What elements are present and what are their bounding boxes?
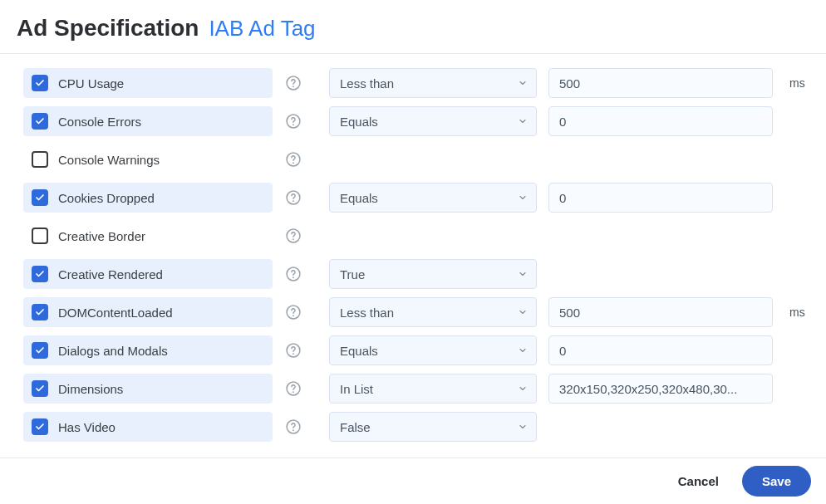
chevron-down-icon xyxy=(518,78,528,88)
operator-select[interactable]: Equals xyxy=(329,335,537,365)
checkbox-unchecked-icon[interactable] xyxy=(32,151,48,168)
operator-value: Less than xyxy=(340,76,394,91)
dialog-header: Ad Specification IAB Ad Tag xyxy=(0,0,826,54)
help-icon[interactable] xyxy=(284,188,302,207)
dialog-footer: Cancel Save xyxy=(0,458,826,504)
svg-point-9 xyxy=(293,238,294,240)
svg-point-1 xyxy=(293,86,294,87)
checkbox-unchecked-icon[interactable] xyxy=(32,228,48,244)
checkbox-checked-icon[interactable] xyxy=(32,418,48,435)
rule-row: Creative Border xyxy=(23,217,811,255)
value-input[interactable] xyxy=(548,183,773,213)
rule-label: Dialogs and Modals xyxy=(58,344,168,358)
rule-toggle[interactable]: Console Errors xyxy=(23,106,273,136)
checkbox-checked-icon[interactable] xyxy=(32,75,48,91)
chevron-down-icon xyxy=(518,307,528,317)
svg-point-7 xyxy=(293,200,294,202)
chevron-down-icon xyxy=(518,384,528,394)
unit-label: ms xyxy=(789,76,805,90)
operator-value: Equals xyxy=(340,115,378,129)
svg-point-17 xyxy=(293,391,294,393)
help-icon[interactable] xyxy=(284,265,302,283)
rule-row: Creative RenderedTrue xyxy=(23,255,811,293)
rule-toggle[interactable]: Console Warnings xyxy=(23,144,273,174)
help-icon[interactable] xyxy=(284,150,302,169)
operator-value: False xyxy=(340,420,371,434)
operator-select[interactable]: True xyxy=(329,259,537,289)
checkbox-checked-icon[interactable] xyxy=(32,380,48,397)
checkbox-checked-icon[interactable] xyxy=(32,113,48,130)
svg-point-19 xyxy=(293,429,294,431)
value-input[interactable] xyxy=(548,335,773,365)
page-subtitle: IAB Ad Tag xyxy=(209,16,315,42)
help-icon[interactable] xyxy=(284,418,302,436)
rule-label: CPU Usage xyxy=(58,76,124,91)
svg-point-5 xyxy=(293,162,294,164)
rule-label: Dimensions xyxy=(58,382,123,396)
rule-toggle[interactable]: CPU Usage xyxy=(23,68,273,98)
rule-toggle[interactable]: Dialogs and Modals xyxy=(23,335,273,365)
operator-value: Equals xyxy=(340,191,378,205)
rules-list: CPU UsageLess thanmsConsole ErrorsEquals… xyxy=(0,54,826,504)
checkbox-checked-icon[interactable] xyxy=(32,304,48,321)
operator-select[interactable]: Less than xyxy=(329,297,537,327)
rule-row: Cookies DroppedEquals xyxy=(23,179,811,217)
value-input[interactable] xyxy=(548,374,773,404)
help-icon[interactable] xyxy=(284,341,302,360)
rule-label: Has Video xyxy=(58,420,116,434)
chevron-down-icon xyxy=(518,269,528,279)
operator-value: True xyxy=(340,267,365,281)
rule-label: Creative Rendered xyxy=(58,267,163,281)
svg-point-3 xyxy=(293,124,294,125)
checkbox-checked-icon[interactable] xyxy=(32,266,48,282)
chevron-down-icon xyxy=(518,345,528,355)
rule-toggle[interactable]: Dimensions xyxy=(23,374,273,404)
operator-value: In List xyxy=(340,382,373,396)
svg-point-15 xyxy=(293,353,294,355)
rule-row: DOMContentLoadedLess thanms xyxy=(23,293,811,331)
rule-label: DOMContentLoaded xyxy=(58,306,173,320)
rule-label: Cookies Dropped xyxy=(58,191,155,205)
operator-select[interactable]: In List xyxy=(329,374,537,404)
chevron-down-icon xyxy=(518,193,528,203)
rule-label: Console Warnings xyxy=(58,153,160,167)
rule-toggle[interactable]: Cookies Dropped xyxy=(23,183,273,213)
rule-toggle[interactable]: Has Video xyxy=(23,412,273,442)
page-title: Ad Specification xyxy=(17,15,199,42)
rule-label: Creative Border xyxy=(58,229,145,243)
help-icon[interactable] xyxy=(284,74,302,92)
rule-row: Has VideoFalse xyxy=(23,408,811,446)
operator-select[interactable]: Equals xyxy=(329,183,537,213)
rule-toggle[interactable]: Creative Border xyxy=(23,221,273,251)
rule-row: Console ErrorsEquals xyxy=(23,102,811,140)
svg-point-11 xyxy=(293,276,294,278)
value-input[interactable] xyxy=(548,106,773,136)
checkbox-checked-icon[interactable] xyxy=(32,189,48,206)
help-icon[interactable] xyxy=(284,112,302,130)
ad-spec-dialog: Ad Specification IAB Ad Tag CPU UsageLes… xyxy=(0,0,826,504)
operator-value: Equals xyxy=(340,344,378,358)
rule-row: Dialogs and ModalsEquals xyxy=(23,331,811,369)
unit-label: ms xyxy=(789,306,805,319)
checkbox-checked-icon[interactable] xyxy=(32,342,48,359)
operator-select[interactable]: Equals xyxy=(329,106,537,136)
chevron-down-icon xyxy=(518,116,528,126)
value-input[interactable] xyxy=(548,297,773,327)
help-icon[interactable] xyxy=(284,303,302,321)
rule-row: DimensionsIn List xyxy=(23,369,811,408)
rule-toggle[interactable]: Creative Rendered xyxy=(23,259,273,289)
cancel-button[interactable]: Cancel xyxy=(671,467,725,495)
rule-row: Console Warnings xyxy=(23,140,811,179)
rule-row: CPU UsageLess thanms xyxy=(23,64,811,102)
chevron-down-icon xyxy=(518,422,528,432)
operator-select[interactable]: False xyxy=(329,412,537,442)
svg-point-13 xyxy=(293,315,294,316)
value-input[interactable] xyxy=(548,68,773,98)
operator-value: Less than xyxy=(340,306,394,320)
save-button[interactable]: Save xyxy=(742,466,811,497)
help-icon[interactable] xyxy=(284,227,302,245)
rule-label: Console Errors xyxy=(58,115,141,129)
rule-toggle[interactable]: DOMContentLoaded xyxy=(23,297,273,327)
operator-select[interactable]: Less than xyxy=(329,68,537,98)
help-icon[interactable] xyxy=(284,379,302,398)
